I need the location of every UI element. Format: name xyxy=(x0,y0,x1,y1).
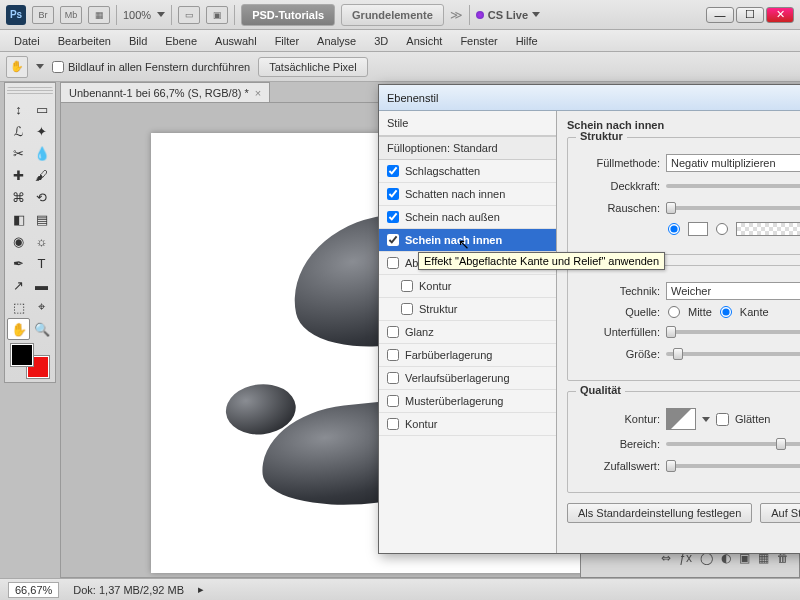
minibridge-button[interactable]: Mb xyxy=(60,6,82,24)
style-musterueberlagerung[interactable]: Musterüberlagerung xyxy=(379,390,556,413)
antialias-label: Glätten xyxy=(735,413,770,425)
menu-ansicht[interactable]: Ansicht xyxy=(398,32,450,50)
menu-bild[interactable]: Bild xyxy=(121,32,155,50)
workspace-grundelemente[interactable]: Grundelemente xyxy=(341,4,444,26)
choke-slider[interactable] xyxy=(666,330,800,334)
panel-grabber[interactable] xyxy=(7,87,53,95)
menu-datei[interactable]: Datei xyxy=(6,32,48,50)
window-close[interactable]: ✕ xyxy=(766,7,794,23)
reset-default-button[interactable]: Auf Stan xyxy=(760,503,800,523)
range-label: Bereich: xyxy=(578,438,660,450)
tool-hand[interactable]: ✋ xyxy=(7,318,30,340)
styles-header[interactable]: Stile xyxy=(379,111,556,136)
style-farbueberlagerung[interactable]: Farbüberlagerung xyxy=(379,344,556,367)
scroll-all-checkbox[interactable]: Bildlauf in allen Fenstern durchführen xyxy=(52,61,250,73)
workspace-more-icon[interactable]: ≫ xyxy=(450,8,463,22)
status-docsize[interactable]: Dok: 1,37 MB/2,92 MB xyxy=(73,584,184,596)
style-schein-aussen[interactable]: Schein nach außen xyxy=(379,206,556,229)
blend-mode-select[interactable]: Negativ multiplizieren▾ xyxy=(666,154,800,172)
zoom-label[interactable]: 100% xyxy=(123,9,151,21)
noise-label: Rauschen: xyxy=(578,202,660,214)
blend-options-header[interactable]: Fülloptionen: Standard xyxy=(379,136,556,160)
glow-gradient-swatch[interactable] xyxy=(736,222,800,236)
tool-blur[interactable]: ◉ xyxy=(7,230,30,252)
tool-stamp[interactable]: ⌘ xyxy=(7,186,30,208)
layout-button[interactable]: ▦ xyxy=(88,6,110,24)
current-tool-hand-icon[interactable]: ✋ xyxy=(6,56,28,78)
style-schein-innen[interactable]: Schein nach innen xyxy=(379,229,556,252)
actual-pixels-button[interactable]: Tatsächliche Pixel xyxy=(258,57,367,77)
tool-shape[interactable]: ▬ xyxy=(30,274,53,296)
choke-label: Unterfüllen: xyxy=(578,326,660,338)
style-bevel-struktur[interactable]: Struktur xyxy=(379,298,556,321)
tool-marquee[interactable]: ▭ xyxy=(30,98,53,120)
tool-eraser[interactable]: ◧ xyxy=(7,208,30,230)
status-zoom[interactable]: 66,67% xyxy=(8,582,59,598)
window-minimize[interactable]: — xyxy=(706,7,734,23)
foreground-color-swatch[interactable] xyxy=(11,344,33,366)
menu-filter[interactable]: Filter xyxy=(267,32,307,50)
menu-3d[interactable]: 3D xyxy=(366,32,396,50)
opacity-slider[interactable] xyxy=(666,184,800,188)
jitter-slider[interactable] xyxy=(666,464,800,468)
toolbox: ↕▭ ℒ✦ ✂💧 ✚🖌 ⌘⟲ ◧▤ ◉☼ ✒T ↗▬ ⬚⌖ ✋🔍 xyxy=(4,82,56,383)
status-more-icon[interactable]: ▸ xyxy=(198,583,204,596)
menu-auswahl[interactable]: Auswahl xyxy=(207,32,265,50)
tool-pen[interactable]: ✒ xyxy=(7,252,30,274)
style-schlagschatten[interactable]: Schlagschatten xyxy=(379,160,556,183)
source-edge-radio[interactable] xyxy=(720,306,732,318)
screenmode-button[interactable]: ▣ xyxy=(206,6,228,24)
tool-preset-dropdown-icon[interactable] xyxy=(36,64,44,69)
antialias-checkbox[interactable] xyxy=(716,413,729,426)
gradient-source-radio[interactable] xyxy=(716,223,728,235)
tool-wand[interactable]: ✦ xyxy=(30,120,53,142)
tool-3d[interactable]: ⬚ xyxy=(7,296,30,318)
range-slider[interactable] xyxy=(666,442,800,446)
technique-select[interactable]: Weicher▾ xyxy=(666,282,800,300)
source-center-radio[interactable] xyxy=(668,306,680,318)
tool-brush[interactable]: 🖌 xyxy=(30,164,53,186)
noise-slider[interactable] xyxy=(666,206,800,210)
group-qualitaet: Qualität Kontur: Glätten Bereich: 50 Zuf… xyxy=(567,391,800,493)
tool-crop[interactable]: ✂ xyxy=(7,142,30,164)
tool-3dcam[interactable]: ⌖ xyxy=(30,296,53,318)
tool-gradient[interactable]: ▤ xyxy=(30,208,53,230)
workspace-psdtutorials[interactable]: PSD-Tutorials xyxy=(241,4,335,26)
menu-analyse[interactable]: Analyse xyxy=(309,32,364,50)
menu-hilfe[interactable]: Hilfe xyxy=(508,32,546,50)
dialog-titlebar[interactable]: Ebenenstil xyxy=(379,85,800,111)
menu-bearbeiten[interactable]: Bearbeiten xyxy=(50,32,119,50)
size-slider[interactable] xyxy=(666,352,800,356)
tool-zoom[interactable]: 🔍 xyxy=(30,318,53,340)
menu-ebene[interactable]: Ebene xyxy=(157,32,205,50)
menu-bar: Datei Bearbeiten Bild Ebene Auswahl Filt… xyxy=(0,30,800,52)
bridge-button[interactable]: Br xyxy=(32,6,54,24)
group-struktur: Struktur Füllmethode: Negativ multiplizi… xyxy=(567,137,800,255)
tool-heal[interactable]: ✚ xyxy=(7,164,30,186)
tool-history[interactable]: ⟲ xyxy=(30,186,53,208)
source-edge-label: Kante xyxy=(740,306,769,318)
style-bevel-kontur[interactable]: Kontur xyxy=(379,275,556,298)
color-swatches[interactable] xyxy=(11,344,49,378)
style-kontur[interactable]: Kontur xyxy=(379,413,556,436)
window-maximize[interactable]: ☐ xyxy=(736,7,764,23)
contour-picker[interactable] xyxy=(666,408,696,430)
make-default-button[interactable]: Als Standardeinstellung festlegen xyxy=(567,503,752,523)
style-schatten-innen[interactable]: Schatten nach innen xyxy=(379,183,556,206)
menu-fenster[interactable]: Fenster xyxy=(452,32,505,50)
style-verlaufsueberlagerung[interactable]: Verlaufsüberlagerung xyxy=(379,367,556,390)
tool-path[interactable]: ↗ xyxy=(7,274,30,296)
arrange-button[interactable]: ▭ xyxy=(178,6,200,24)
tool-move[interactable]: ↕ xyxy=(7,98,30,120)
document-tab[interactable]: Unbenannt-1 bei 66,7% (S, RGB/8) * × xyxy=(60,82,270,102)
glow-color-swatch[interactable] xyxy=(688,222,708,236)
style-glanz[interactable]: Glanz xyxy=(379,321,556,344)
document-tab-close-icon[interactable]: × xyxy=(255,87,261,99)
tool-type[interactable]: T xyxy=(30,252,53,274)
tool-eyedropper[interactable]: 💧 xyxy=(30,142,53,164)
tool-dodge[interactable]: ☼ xyxy=(30,230,53,252)
zoom-dropdown-icon[interactable] xyxy=(157,12,165,17)
color-source-radio[interactable] xyxy=(668,223,680,235)
cs-live-button[interactable]: CS Live xyxy=(476,9,540,21)
tool-lasso[interactable]: ℒ xyxy=(7,120,30,142)
